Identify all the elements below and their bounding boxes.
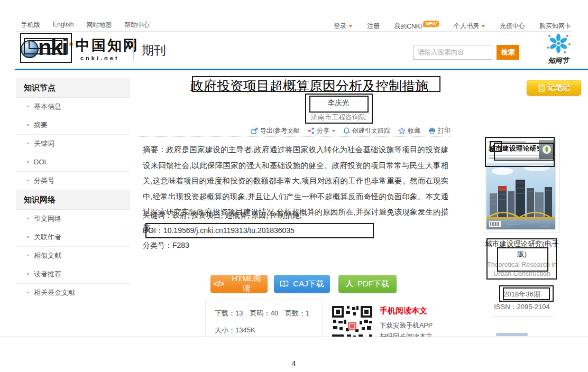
page-number-info: 页码：40 xyxy=(250,309,278,317)
article-doi: DOI：10.19569/j.cnki.cn119313/tu.20183603… xyxy=(143,226,295,236)
print-button[interactable]: 打印 xyxy=(428,126,451,135)
sidebar-item-abstract[interactable]: 摘要 xyxy=(16,116,130,135)
search-input[interactable] xyxy=(413,45,492,60)
sidebar-item-reader-recommendation[interactable]: 读者推荐 xyxy=(16,265,130,284)
search-button[interactable]: 检索 xyxy=(497,45,519,60)
book-icon xyxy=(280,280,289,287)
chevron-down-icon xyxy=(348,25,353,27)
caj-download-button[interactable]: CAJ下载 xyxy=(274,275,330,293)
journal-cover-photo xyxy=(486,163,555,229)
cnki-logo-dot xyxy=(69,42,73,46)
download-count: 下载：13 xyxy=(215,309,243,317)
sidebar-item-citation-network[interactable]: 引文网络 xyxy=(16,210,130,228)
file-size: 大小：1345K xyxy=(215,326,255,335)
share-label: 分享 xyxy=(317,126,329,135)
link-help-center[interactable]: 帮助中心 xyxy=(124,21,150,30)
my-cnki-label: 我的CNKI xyxy=(394,23,422,30)
sidebar-section-knowledge-network: 知识网络 xyxy=(16,190,130,210)
left-sidebar: 知识节点 基本信息 摘要 关键词 DOI 分类号 知识网络 引文网络 关联作者 … xyxy=(16,78,130,302)
print-label: 打印 xyxy=(438,126,451,135)
personal-library-link[interactable]: 个人书房 xyxy=(454,22,485,31)
chevron-down-icon xyxy=(332,130,335,132)
journal-name-chinese[interactable]: 城市建设理论研究(电子版) xyxy=(485,239,559,259)
journal-cover-frame: 城市建设理论研究 xyxy=(483,136,560,233)
printer-icon xyxy=(428,127,436,134)
stats-box: 下载：13页码：40页数：1 大小：1345K xyxy=(205,300,323,337)
cnki-globe-logo-icon[interactable] xyxy=(21,40,39,58)
article-title: 政府投资项目超概算原因分析及控制措施 xyxy=(153,77,465,95)
journal-cover-title: 城市建设理论研究 xyxy=(489,144,544,153)
pdf-reader-icon: 人 xyxy=(346,279,353,289)
new-badge: NEW xyxy=(423,21,439,27)
login-label: 登录 xyxy=(334,22,346,30)
article-clc-number: 分类号：F283 xyxy=(143,241,189,250)
journal-issue[interactable]: 2018年36期 xyxy=(485,290,559,299)
buy-card-link[interactable]: 购买知网卡 xyxy=(539,22,571,31)
take-note-button[interactable]: 记笔记 xyxy=(527,80,581,96)
bell-icon xyxy=(343,127,350,134)
login-link[interactable]: 登录 xyxy=(334,22,353,31)
article-keywords: 关键词：政府; 投资项目; 超概算; 原因; 控制措施; xyxy=(143,211,302,220)
qr-code xyxy=(331,305,373,337)
cnki-logo-text[interactable]: nki xyxy=(38,35,67,60)
top-bar: 手机版 English 网站地图 帮助中心 登录 注册 我的CNKINEW 个人… xyxy=(16,19,572,32)
article-file-info-section: 下载：13页码：40页数：1 大小：1345K xyxy=(205,300,459,337)
section-title-journal: 期刊 xyxy=(142,42,166,59)
cnki-domain-text: cnki.net xyxy=(80,55,120,61)
link-mobile-version[interactable]: 手机版 xyxy=(21,21,40,30)
cnki-festival-logo: 知网节 xyxy=(541,32,575,66)
sidebar-item-related-authors[interactable]: 关联作者 xyxy=(16,228,130,247)
my-cnki-link[interactable]: 我的CNKINEW xyxy=(394,21,439,31)
register-link[interactable]: 注册 xyxy=(367,22,380,31)
chevron-down-icon xyxy=(481,25,485,27)
festival-name: 知网节 xyxy=(541,56,575,66)
sidebar-section-knowledge-node: 知识节点 xyxy=(16,78,130,98)
recharge-link[interactable]: 充值中心 xyxy=(500,22,525,31)
journal-publisher-logo xyxy=(539,140,555,159)
article-institution: 济南市工程咨询院 xyxy=(286,113,391,122)
caj-download-label: CAJ下载 xyxy=(293,279,324,289)
journal-cover[interactable]: 城市建设理论研究 xyxy=(486,138,555,229)
notebook-icon xyxy=(538,84,545,92)
sidebar-item-basic-info[interactable]: 基本信息 xyxy=(16,98,130,116)
section-divider xyxy=(139,136,451,137)
html-read-button[interactable]: </> HTML阅读 xyxy=(210,275,268,293)
pdf-download-button[interactable]: 人 PDF下载 xyxy=(338,275,397,293)
link-sitemap[interactable]: 网站地图 xyxy=(86,21,112,30)
article-author-link[interactable]: 李庆光 xyxy=(286,98,391,108)
journal-issn: ISSN：2095-2104 xyxy=(485,302,559,312)
cnki-chinese-name[interactable]: 中国知网 xyxy=(76,36,139,55)
stats-row: 下载：13页码：40页数：1 xyxy=(215,309,316,318)
top-bar-right-links: 登录 注册 我的CNKINEW 个人书房 充值中心 购买知网卡 xyxy=(334,21,571,31)
personal-library-label: 个人书房 xyxy=(454,22,479,30)
export-reference-button[interactable]: 导出/参考文献 xyxy=(251,126,300,135)
document-page-number: 4 xyxy=(0,360,588,368)
citation-tracking-button[interactable]: 创建引文跟踪 xyxy=(343,126,390,135)
sidebar-item-doi[interactable]: DOI xyxy=(16,153,130,172)
mobile-read-title: 手机阅读本文 xyxy=(380,306,427,316)
favorite-label: 收藏 xyxy=(408,126,420,135)
take-note-label: 记笔记 xyxy=(548,83,570,92)
html-read-label: HTML阅读 xyxy=(228,274,264,294)
citation-tracking-label: 创建引文跟踪 xyxy=(352,126,390,135)
header-accent-line xyxy=(15,69,588,70)
share-icon xyxy=(308,127,315,134)
share-button[interactable]: 分享 xyxy=(308,126,335,135)
link-english[interactable]: English xyxy=(53,21,74,30)
screenshot-bottom-edge xyxy=(0,337,588,337)
header-divider xyxy=(133,39,134,61)
star-icon xyxy=(398,127,406,134)
pdf-download-label: PDF下载 xyxy=(357,279,389,289)
favorite-button[interactable]: 收藏 xyxy=(398,126,420,135)
journal-name-english: Theoretical Research in Urban Constructi… xyxy=(487,261,557,278)
code-icon: </> xyxy=(214,280,224,288)
truncated-link-fragment xyxy=(496,333,528,336)
sidebar-item-similar-literature[interactable]: 相似文献 xyxy=(16,247,130,265)
festival-flower-icon xyxy=(541,32,575,56)
journal-cover-header: 城市建设理论研究 xyxy=(486,138,555,163)
sidebar-item-clc[interactable]: 分类号 xyxy=(16,172,130,190)
export-icon xyxy=(251,127,258,134)
sidebar-item-related-fund-literature[interactable]: 相关基金文献 xyxy=(16,284,130,302)
article-abstract: 摘要：政府是国家建设的主导者,政府通过将国家收入转化为社会基础设施等项目的投资建… xyxy=(143,142,448,236)
sidebar-item-keywords[interactable]: 关键词 xyxy=(16,135,130,153)
